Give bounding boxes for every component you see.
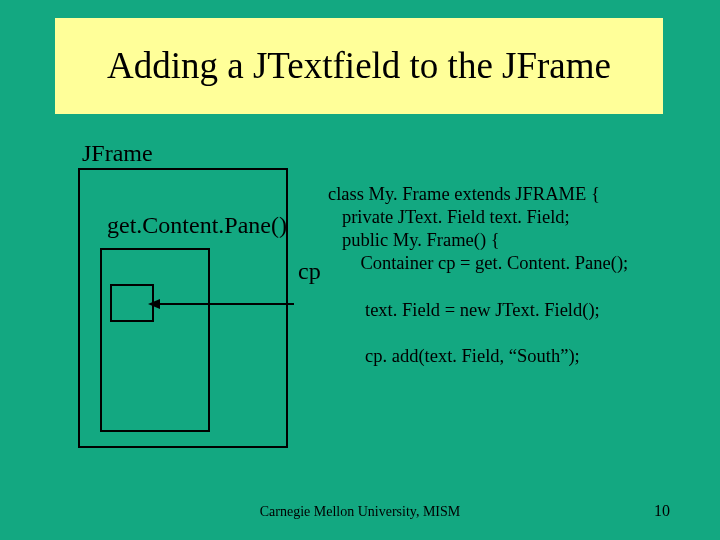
slide-title-box: Adding a JTextfield to the JFrame: [55, 18, 663, 114]
code-block: class My. Frame extends JFRAME { private…: [328, 183, 628, 368]
slide-title: Adding a JTextfield to the JFrame: [107, 44, 611, 88]
code-line: Container cp = get. Content. Pane();: [328, 253, 628, 273]
code-line: class My. Frame extends JFRAME {: [328, 184, 600, 204]
code-line: text. Field = new JText. Field();: [328, 300, 600, 320]
label-getcontentpane: get.Content.Pane(): [107, 212, 287, 239]
code-line: private JText. Field text. Field;: [328, 207, 570, 227]
code-line: cp. add(text. Field, “South”);: [328, 346, 580, 366]
page-number: 10: [654, 502, 670, 520]
label-cp: cp: [298, 258, 321, 285]
arrow-head-icon: [148, 299, 160, 309]
diagram-inner-rect: [100, 248, 210, 432]
label-jframe: JFrame: [82, 140, 153, 167]
footer-text: Carnegie Mellon University, MISM: [0, 504, 720, 520]
arrow-line: [154, 303, 294, 305]
code-line: public My. Frame() {: [328, 230, 500, 250]
